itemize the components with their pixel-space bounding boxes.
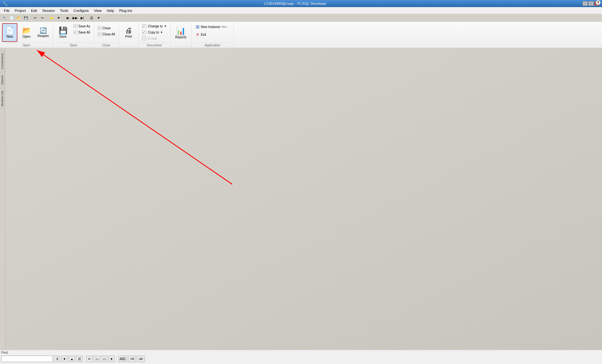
qt-star-btn[interactable]: ⭐ <box>48 15 55 21</box>
find-dropdown-btn[interactable]: ▼ <box>108 356 115 362</box>
qt-undo-btn[interactable]: ↩ <box>32 15 38 21</box>
close-checkbox: ✓ <box>98 26 102 30</box>
close-all-checkbox: ✓ <box>98 32 102 36</box>
new-instance-button[interactable]: ⊞ New Instance Nex... <box>193 23 232 30</box>
qt-app-btn[interactable]: 🔧 <box>1 15 8 21</box>
ribbon-group-close: ✓ Close ✓ Close All Close <box>94 22 119 48</box>
qt-sep4 <box>87 15 87 21</box>
ribbon-group-save: 💾 Save ✓ Save As ✓ Save All Save <box>53 22 94 48</box>
close-all-button[interactable]: ✓ Close All <box>96 31 117 37</box>
reopen-button[interactable]: 🔄 Reopen <box>35 23 51 42</box>
open-group-label: Open <box>2 43 51 47</box>
close-button[interactable]: ✓ Close <box>96 25 117 31</box>
ribbon-group-document: ✓ Change to ▼ ✓ Copy to ▼ E-mail Documen… <box>139 22 171 48</box>
menu-plugins[interactable]: Plug-Ins <box>117 8 135 13</box>
find-list-btn[interactable]: ☰ <box>76 356 83 362</box>
find-bar: Find ⊼ ▼ ▲ ☰ ✏ ▭ ▭ ▼ ABC AB aB <box>0 350 602 364</box>
change-to-button[interactable]: ✓ Change to ▼ <box>141 23 168 29</box>
find-up-btn[interactable]: ▲ <box>69 356 75 362</box>
menu-configure[interactable]: Configure <box>71 8 92 13</box>
save-all-button[interactable]: ✓ Save All <box>72 29 92 35</box>
reports-group-label <box>173 46 189 47</box>
window-list-tab[interactable]: Window List <box>0 89 5 109</box>
find-sep2 <box>116 356 117 361</box>
qt-open-btn[interactable]: 📂 <box>15 15 22 21</box>
exit-icon: ✕ <box>196 32 200 37</box>
qt-play2-btn[interactable]: ▶▶ <box>72 15 78 21</box>
maximize-button[interactable]: □ <box>588 1 594 6</box>
minimize-button[interactable]: ─ <box>583 1 588 6</box>
menu-project[interactable]: Project <box>12 8 28 13</box>
connections-tab[interactable]: Connections <box>0 51 5 72</box>
find-sort-btn[interactable]: ⊼ <box>54 356 60 362</box>
menu-edit[interactable]: Edit <box>28 8 40 13</box>
ribbon-group-open: 📄 New 📂 Open 🔄 Reopen Open <box>0 22 53 48</box>
print-icon: 🖨 <box>125 27 132 34</box>
menu-help[interactable]: Help <box>104 8 117 13</box>
find-ab2-btn[interactable]: aB <box>137 356 145 362</box>
new-button[interactable]: 📄 New <box>2 23 17 42</box>
content-area <box>5 48 602 350</box>
find-down-btn[interactable]: ▼ <box>61 356 68 362</box>
save-group-label: Save <box>55 43 92 47</box>
svg-line-1 <box>37 50 232 184</box>
qt-dropdown-btn[interactable]: ▼ <box>55 15 62 21</box>
menu-bar: File Project Edit Session Tools Configur… <box>0 7 602 14</box>
annotation-arrow <box>5 48 602 350</box>
exit-button[interactable]: ✕ Exit <box>193 31 232 38</box>
menu-tools[interactable]: Tools <box>57 8 71 13</box>
main-area: Connections Objects Window List <box>0 48 602 350</box>
copy-to-button[interactable]: ✓ Copy to ▼ <box>141 29 168 35</box>
ribbon-group-reports: 📊 Reports <box>171 22 192 48</box>
find-sep1 <box>84 356 84 361</box>
email-button[interactable]: E-mail <box>141 35 168 41</box>
qt-sep3 <box>63 15 64 21</box>
menu-view[interactable]: View <box>91 8 104 13</box>
title-bar: 🔧 LC0019999@cwgs - PL/SQL Developer ─ □ … <box>0 0 602 7</box>
reports-button[interactable]: 📊 Reports <box>173 23 189 42</box>
menu-file[interactable]: File <box>1 8 12 13</box>
find-highlight-btn[interactable]: ✏ <box>86 356 93 362</box>
change-to-arrow: ▼ <box>164 25 167 28</box>
qt-new-btn[interactable]: 📄 <box>8 15 15 21</box>
find-box1-btn[interactable]: ▭ <box>94 356 100 362</box>
find-ab-btn[interactable]: AB <box>128 356 136 362</box>
save-all-checkbox: ✓ <box>74 30 77 34</box>
copy-to-arrow: ▼ <box>160 31 163 34</box>
instance-next-label: Nex... <box>222 25 229 28</box>
change-to-checkbox: ✓ <box>142 24 146 28</box>
save-as-button[interactable]: ✓ Save As <box>72 23 92 29</box>
qt-play-btn[interactable]: ▶ <box>65 15 71 21</box>
find-label: Find <box>0 350 602 355</box>
save-as-checkbox: ✓ <box>74 24 77 28</box>
qt-sep1 <box>30 15 31 21</box>
find-input[interactable] <box>1 356 53 362</box>
qt-dropdown2-btn[interactable]: ▼ <box>95 15 102 21</box>
menu-session[interactable]: Session <box>40 8 57 13</box>
save-button[interactable]: 💾 Save <box>55 23 71 42</box>
find-box2-btn[interactable]: ▭ <box>101 356 107 362</box>
quick-toolbar: 🔧 📄 📂 💾 ↩ ↪ ⭐ ▼ ▶ ▶▶ ▶| ||| ▼ <box>0 14 602 22</box>
application-group-label: Application <box>193 43 232 47</box>
qt-bars-btn[interactable]: ||| <box>88 15 95 21</box>
ribbon-group-application: ⊞ New Instance Nex... ✕ Exit Application <box>192 22 234 48</box>
qt-play3-btn[interactable]: ▶| <box>79 15 85 21</box>
print-group-label <box>121 46 136 47</box>
new-instance-icon: ⊞ <box>196 24 200 29</box>
close-group-label: Close <box>96 43 117 47</box>
save-icon: 💾 <box>59 27 67 34</box>
new-icon: 📄 <box>5 27 14 34</box>
open-icon: 📂 <box>22 27 31 34</box>
print-button[interactable]: 🖨 Print <box>121 23 136 42</box>
document-group-label: Document <box>141 43 168 47</box>
reopen-icon: 🔄 <box>40 28 47 34</box>
open-button[interactable]: 📂 Open <box>19 23 34 42</box>
help-icon[interactable]: ? <box>596 0 601 5</box>
objects-tab[interactable]: Objects <box>0 73 5 87</box>
qt-redo-btn[interactable]: ↪ <box>39 15 45 21</box>
email-checkbox <box>142 36 146 40</box>
qt-sep2 <box>47 15 47 21</box>
find-abc-btn[interactable]: ABC <box>118 356 127 362</box>
ribbon-group-print: 🖨 Print <box>119 22 139 48</box>
qt-save-btn[interactable]: 💾 <box>23 15 29 21</box>
